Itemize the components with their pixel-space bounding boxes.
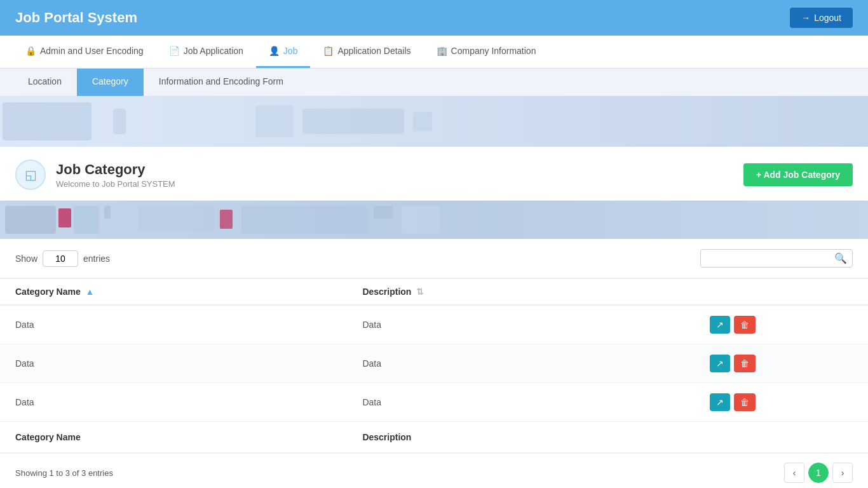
mid-illustration — [0, 201, 868, 239]
delete-button-row-1[interactable]: 🗑 — [734, 355, 756, 372]
delete-icon: 🗑 — [740, 358, 749, 369]
edit-icon: ↗ — [716, 320, 724, 330]
content-wrapper: ◱ Job Category Welcome to Job Portal SYS… — [0, 147, 868, 488]
tab-job-application[interactable]: 📄 Job Application — [156, 36, 256, 68]
table-row: Data Data ↗ 🗑 — [0, 305, 868, 344]
table-controls: Show entries 🔍 — [0, 239, 868, 278]
pagination: ‹ 1 › — [784, 463, 853, 483]
page-header-left: ◱ Job Category Welcome to Job Portal SYS… — [15, 159, 175, 190]
cell-actions: ↗ 🗑 — [695, 305, 868, 344]
cell-category-name: Data — [0, 344, 347, 383]
show-label: Show — [15, 254, 37, 264]
table-row: Data Data ↗ 🗑 — [0, 344, 868, 383]
sort-category-icon: ▲ — [86, 287, 95, 297]
job-app-icon: 📄 — [169, 46, 180, 56]
cell-description: Data — [347, 383, 694, 422]
tab-application-details[interactable]: 📋 Application Details — [310, 36, 423, 68]
page-title: Job Category — [56, 161, 175, 178]
cell-actions: ↗ 🗑 — [695, 383, 868, 422]
show-entries-control: Show entries — [15, 250, 110, 267]
edit-button-row-1[interactable]: ↗ — [710, 355, 730, 372]
data-table: Category Name ▲ Description ⇅ Data Data … — [0, 278, 868, 453]
sort-description-icon: ⇅ — [416, 287, 424, 297]
header: Job Portal System → Logout — [0, 0, 868, 36]
table-row: Data Data ↗ 🗑 — [0, 383, 868, 422]
page-icon: ◱ — [15, 159, 46, 190]
edit-icon: ↗ — [716, 358, 724, 369]
footer-col-category: Category Name — [0, 422, 347, 453]
add-job-category-button[interactable]: + Add Job Category — [743, 163, 853, 186]
search-icon: 🔍 — [834, 252, 847, 264]
delete-icon: 🗑 — [740, 397, 749, 407]
logout-button[interactable]: → Logout — [790, 8, 853, 28]
col-header-actions — [695, 278, 868, 305]
cell-category-name: Data — [0, 383, 347, 422]
page-subtitle: Welcome to Job Portal SYSTEM — [56, 179, 175, 189]
delete-button-row-2[interactable]: 🗑 — [734, 393, 756, 411]
search-box: 🔍 — [700, 249, 853, 268]
tab-category[interactable]: Category — [77, 69, 144, 96]
table-footer-row: Category Name Description — [0, 422, 868, 453]
logout-icon: → — [801, 13, 810, 23]
sub-nav: Location Category Information and Encodi… — [0, 69, 868, 96]
entries-input[interactable] — [43, 250, 78, 267]
footer-col-description: Description — [347, 422, 694, 453]
page-header-text: Job Category Welcome to Job Portal SYSTE… — [56, 161, 175, 189]
footer-col-actions — [695, 422, 868, 453]
next-page-button[interactable]: › — [832, 463, 853, 483]
tab-company-info[interactable]: 🏢 Company Information — [424, 36, 549, 68]
delete-button-row-0[interactable]: 🗑 — [734, 316, 756, 334]
tab-location[interactable]: Location — [13, 69, 77, 96]
top-nav: 🔒 Admin and User Encoding 📄 Job Applicat… — [0, 36, 868, 69]
top-illustration — [0, 96, 868, 147]
cell-category-name: Data — [0, 305, 347, 344]
cell-description: Data — [347, 305, 694, 344]
page-header: ◱ Job Category Welcome to Job Portal SYS… — [0, 147, 868, 201]
edit-icon: ↗ — [716, 397, 724, 407]
tab-job[interactable]: 👤 Job — [256, 36, 311, 68]
entries-label: entries — [83, 254, 110, 264]
company-icon: 🏢 — [437, 46, 447, 56]
showing-text: Showing 1 to 3 of 3 entries — [15, 468, 113, 478]
job-icon: 👤 — [269, 46, 280, 56]
col-header-description[interactable]: Description ⇅ — [347, 278, 694, 305]
app-title: Job Portal System — [15, 10, 137, 26]
table-footer: Showing 1 to 3 of 3 entries ‹ 1 › — [0, 453, 868, 488]
delete-icon: 🗑 — [740, 320, 749, 330]
table-header-row: Category Name ▲ Description ⇅ — [0, 278, 868, 305]
cell-description: Data — [347, 344, 694, 383]
search-input[interactable] — [706, 254, 834, 264]
table-body: Data Data ↗ 🗑 Data Data ↗ — [0, 305, 868, 422]
admin-icon: 🔒 — [25, 46, 36, 56]
tab-info-form[interactable]: Information and Encoding Form — [144, 69, 299, 96]
cell-actions: ↗ 🗑 — [695, 344, 868, 383]
page-1-button[interactable]: 1 — [808, 463, 829, 483]
tab-admin[interactable]: 🔒 Admin and User Encoding — [13, 36, 156, 68]
col-header-category-name[interactable]: Category Name ▲ — [0, 278, 347, 305]
app-details-icon: 📋 — [323, 46, 334, 56]
edit-button-row-2[interactable]: ↗ — [710, 393, 730, 411]
prev-page-button[interactable]: ‹ — [784, 463, 804, 483]
edit-button-row-0[interactable]: ↗ — [710, 316, 730, 334]
